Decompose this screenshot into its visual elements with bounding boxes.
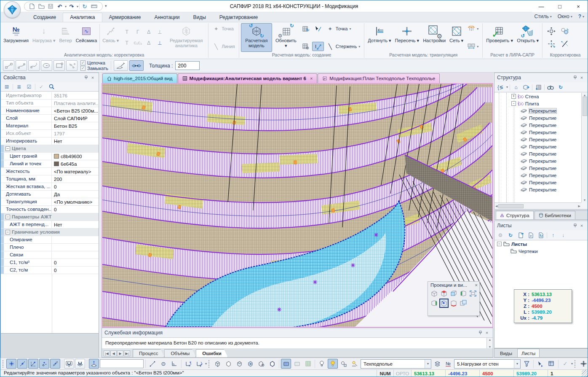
plate-width-button[interactable]: ▾	[465, 42, 481, 51]
property-row[interactable]: Жесткая вставка, ... 0	[1, 183, 99, 191]
ajt-roof-button[interactable]: ▾	[465, 24, 481, 33]
layers-icon[interactable]	[432, 359, 442, 369]
property-row[interactable]: Точность совпаден... 0	[1, 206, 99, 213]
snap-line-icon[interactable]	[17, 359, 27, 369]
collapse-icon[interactable]: −	[5, 215, 10, 219]
draw-spline-button[interactable]	[28, 60, 40, 71]
support-pin-top-icon[interactable]: Т	[122, 27, 132, 37]
expand-icon[interactable]: -	[511, 101, 516, 106]
view-fit-icon[interactable]	[468, 289, 478, 298]
support-pin-top2-icon[interactable]: Г	[133, 27, 143, 37]
point-button-disabled[interactable]: ✦Точка	[210, 24, 237, 33]
tree-leaf-slab[interactable]: Перекрытие	[494, 114, 581, 121]
service-tab-volumes[interactable]: Объёмы	[164, 349, 196, 357]
tree-leaf-slab[interactable]: Перекрытие	[494, 186, 581, 193]
display-wire-icon[interactable]	[212, 359, 222, 369]
structure-hscrollbar[interactable]: ◀▶	[494, 202, 581, 209]
move-node-icon[interactable]	[545, 38, 558, 50]
home-icon[interactable]: ⌂	[512, 83, 520, 91]
property-row[interactable]: Тип объекта Пластина аналити...	[1, 100, 99, 107]
extrude-tool-button[interactable]	[129, 60, 144, 71]
pin-icon[interactable]	[572, 74, 578, 81]
mirror-icon[interactable]	[559, 38, 571, 50]
rotate-ucs-y-icon[interactable]: y	[194, 359, 204, 369]
close-panel-icon[interactable]: ×	[578, 74, 585, 81]
select-filter-icon[interactable]	[535, 359, 545, 369]
service-tab-process[interactable]: Процесс	[133, 349, 164, 357]
trowel-tool-button[interactable]	[114, 60, 128, 71]
redo-icon[interactable]: ↷	[67, 3, 76, 10]
view-bottom-icon[interactable]	[449, 299, 458, 308]
collapse-icon[interactable]: −	[497, 242, 502, 246]
tree-leaf-slab[interactable]: Перекрытие	[494, 179, 581, 186]
mesh-button[interactable]: Сеть ▾	[448, 23, 465, 52]
measure-ruler-icon[interactable]	[90, 3, 98, 10]
close-doc-tab-icon[interactable]: ×	[310, 76, 313, 81]
view-front-icon[interactable]	[449, 289, 458, 298]
view-right-icon[interactable]	[430, 299, 439, 308]
snap-angle-icon[interactable]	[28, 359, 38, 369]
ortho-indicator[interactable]: ОРТО	[393, 370, 411, 377]
draw-ellipse-button[interactable]	[41, 60, 52, 71]
undo-icon[interactable]: ↶	[56, 3, 64, 10]
service-tab-errors[interactable]: Ошибки	[196, 349, 228, 357]
property-row[interactable]: Триангуляция <По умолчанию>	[1, 198, 99, 206]
tree-leaf-slab[interactable]: Перекрытие	[494, 107, 581, 114]
tree-leaf-slab[interactable]: Перекрытие	[494, 143, 581, 150]
seismic-button[interactable]: ∿Сейсмика	[74, 23, 99, 52]
display-settings-icon[interactable]: ⚙	[256, 359, 266, 369]
property-row[interactable]: Плечо	[1, 244, 99, 251]
workplane-selector[interactable]: Техподполье▾	[361, 359, 431, 369]
chain-checkbox[interactable]: ✓Цепочка	[80, 60, 108, 65]
property-row[interactable]: Жесткость <По материалу>	[1, 168, 99, 175]
tab-vidy[interactable]: Виды	[186, 13, 212, 22]
sheets-root-row[interactable]: − Листы	[494, 240, 588, 248]
tree-leaf-slab[interactable]: Перекрытие	[494, 157, 581, 164]
property-row[interactable]: Опирание	[1, 236, 99, 244]
loadcases-button[interactable]: №↓↓↓Загружения	[2, 23, 30, 52]
menu-style[interactable]: Стиль▾	[535, 13, 552, 19]
property-row[interactable]: Материал Бетон B25	[1, 122, 99, 130]
app-logo-icon[interactable]	[4, 1, 21, 18]
qat-customize-icon[interactable]: ▾	[105, 4, 107, 8]
pin-icon[interactable]	[83, 74, 89, 81]
search-icon[interactable]	[47, 83, 56, 91]
editable-analytics-button[interactable]: Редактируемая аналитика	[166, 23, 206, 52]
tree-leaf-slab[interactable]: Перекрытие	[494, 172, 581, 179]
service-scrollbar[interactable]: ▲▼	[486, 338, 493, 349]
support-truss-icon[interactable]: Δ	[144, 27, 154, 37]
support-pin-bottom-icon[interactable]: Т	[122, 38, 132, 48]
magnet-model-icon[interactable]	[75, 359, 85, 369]
support-hanger-icon[interactable]: ⊥	[155, 27, 165, 37]
doc-tab-analytic-model[interactable]: Модификация:Аналитическая модель вариант…	[178, 73, 318, 83]
tab-sozdanie[interactable]: Создание	[27, 13, 63, 22]
view-rotate-icon[interactable]	[439, 299, 449, 308]
perpendicular-icon[interactable]	[169, 359, 179, 369]
tree-leaf-slab[interactable]: Перекрытие	[494, 150, 581, 157]
sheet-update-icon[interactable]: ↻	[537, 231, 545, 239]
structure-vscrollbar[interactable]: ▲▼	[581, 93, 588, 202]
display-shaded-icon[interactable]	[234, 359, 244, 369]
intersect-button[interactable]: Пересечь ▾	[393, 23, 421, 52]
move-object-icon[interactable]	[545, 25, 558, 37]
triangulation-settings-button[interactable]: ⚙Настройки	[421, 23, 447, 52]
minimize-button[interactable]: —	[532, 0, 551, 12]
support-c1c2-icon[interactable]: C₁C₂	[133, 38, 143, 48]
pin-icon[interactable]	[572, 222, 578, 229]
magnet-screen-icon[interactable]	[64, 359, 74, 369]
binoculars-icon[interactable]	[546, 83, 555, 91]
tree-leaf-slab[interactable]: Перекрытие	[494, 136, 581, 143]
light-on-icon[interactable]	[328, 359, 338, 369]
resize-grip[interactable]	[582, 370, 588, 377]
display-hidden-icon[interactable]	[223, 359, 233, 369]
workplane-field[interactable]	[100, 359, 144, 368]
apply-icon[interactable]: ✓	[37, 83, 45, 91]
beam-tool-button[interactable]: I	[312, 42, 324, 51]
analytic-view-off-icon[interactable]	[292, 359, 302, 369]
move-up-icon[interactable]: ↑	[549, 231, 557, 239]
load-button[interactable]: ↓Нагрузка ▾	[31, 23, 57, 52]
line-button-disabled[interactable]: ╲Линия	[210, 42, 237, 51]
ucs-more-icon[interactable]: ▾	[205, 362, 207, 366]
draw-circle-icon[interactable]: ⊙	[158, 359, 168, 369]
export-box-icon[interactable]	[522, 83, 530, 91]
